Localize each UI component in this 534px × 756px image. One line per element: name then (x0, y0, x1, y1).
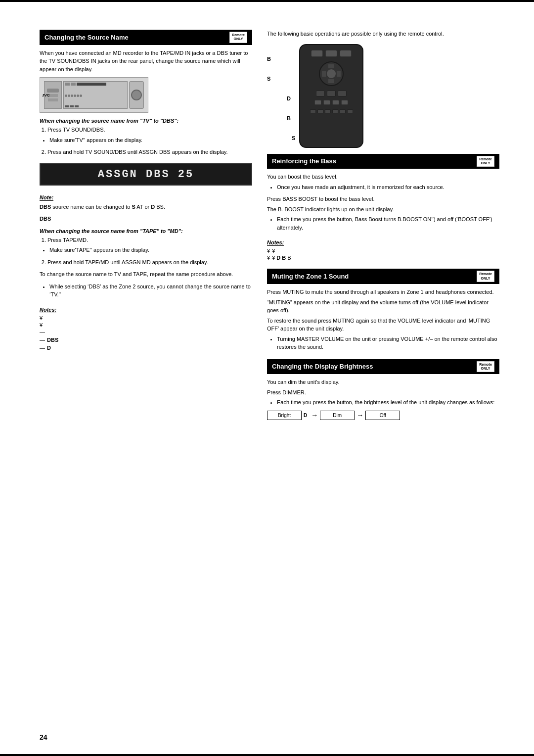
bottom-border (0, 754, 534, 756)
note-label: Note: (40, 194, 53, 201)
brightness-press: Press DIMMER. (267, 388, 499, 397)
tape-to-md-list1: Press TAPE/MD. (40, 236, 252, 244)
dimmer-d-label: D (302, 413, 309, 418)
dimmer-arrow2: → (355, 411, 365, 419)
remote-badge-muting: Remote ONLY (477, 271, 494, 282)
top-border (0, 0, 534, 2)
dimmer-flow-diagram: Bright D → Dim → Off (267, 411, 499, 420)
tape-to-md-list2: Press and hold TAPE/MD until ASSGN MD ap… (40, 258, 252, 267)
notes-yen2: ¥ (40, 322, 252, 328)
tape-to-md-bullets: Make sure‘TAPE’’ appears on the display. (40, 246, 252, 254)
right-column: The following basic operations are possi… (267, 30, 499, 428)
note-text1: DBS source name can be changed to S AT o… (40, 203, 252, 211)
tape-to-md-heading: When changing the source name from "TAPE… (40, 228, 252, 234)
notes-yen1: ¥ (40, 315, 252, 321)
bass-note1: ¥ ¥ (267, 248, 499, 254)
page: Changing the Source Name Remote ONLY Whe… (0, 0, 534, 756)
remote-control-mock (299, 44, 363, 148)
tape-to-md-bullet1: Make sure‘TAPE’’ appears on the display. (49, 246, 252, 254)
brightness-header: Changing the Display Brightness Remote O… (267, 359, 499, 375)
remote-badge-bass: Remote ONLY (477, 156, 494, 167)
source-name-intro: When you have connected an MD recorder t… (40, 49, 252, 74)
right-top-desc: The following basic operations are possi… (267, 30, 499, 38)
dimmer-box-off: Off (365, 411, 400, 420)
left-column: Changing the Source Name Remote ONLY Whe… (40, 30, 252, 428)
tv-to-dbs-bullet1: Make sure‘TV’’ appears on the display. (49, 136, 252, 144)
muting-bullets: Turning MASTER VOLUME on the unit or pre… (267, 335, 499, 351)
remote-badge-source: Remote ONLY (229, 32, 247, 43)
notes-label: Notes: (40, 307, 56, 313)
brightness-bullet1: Each time you press the button, the brig… (277, 398, 499, 407)
muting-text2: “MUTING” appears on the unit display and… (267, 298, 499, 315)
dimmer-box-bright: Bright (267, 411, 302, 420)
bass-bullet1: Once you have made an adjustment, it is … (277, 183, 499, 191)
dimmer-arrow: → (309, 411, 320, 419)
notes-yen3: — (40, 329, 252, 335)
tape-to-md-step1: Press TAPE/MD. (47, 236, 252, 244)
change-source-note: To change the source name to TV and TAPE… (40, 270, 252, 279)
change-source-bullet1: While selecting ‘DBS’ as the Zone 2 sour… (49, 283, 252, 299)
muting-bullet1: Turning MASTER VOLUME on the unit or pre… (277, 335, 499, 351)
bass-bullet2: Each time you press the button, Bass Boo… (277, 215, 499, 232)
notes-yen5: — D (40, 345, 252, 351)
jvc-label: JVC (42, 93, 50, 97)
bass-section: Reinforcing the Bass Remote ONLY You can… (267, 154, 499, 261)
bass-bullets-1: Once you have made an adjustment, it is … (267, 183, 499, 191)
remote-image-area: B S D B S (267, 44, 499, 148)
muting-text3: To restore the sound press MUTING again … (267, 317, 499, 333)
tv-to-dbs-bullets: Make sure‘TV’’ appears on the display. (40, 136, 252, 144)
source-name-header: Changing the Source Name Remote ONLY (40, 30, 252, 45)
tv-to-dbs-list2: Press and hold TV SOUND/DBS until ASSGN … (40, 148, 252, 156)
tv-to-dbs-list: Press TV SOUND/DBS. (40, 126, 252, 134)
dimmer-box-dim: Dim (320, 411, 355, 420)
page-number: 24 (40, 733, 47, 741)
tv-to-dbs-step2: Press and hold TV SOUND/DBS until ASSGN … (47, 148, 252, 156)
source-name-section: Changing the Source Name Remote ONLY Whe… (40, 30, 252, 351)
muting-header: Muting the Zone 1 Sound Remote ONLY (267, 269, 499, 284)
device-image-container: JVC (40, 77, 153, 113)
brightness-text1: You can dim the unit’s display. (267, 378, 499, 386)
muting-title: Muting the Zone 1 Sound (272, 273, 349, 280)
note-text2: DBS (40, 215, 252, 223)
bass-indicator: The B. BOOST indicator lights up on the … (267, 205, 499, 214)
source-name-title: Changing the Source Name (44, 34, 129, 41)
main-content: Changing the Source Name Remote ONLY Whe… (40, 30, 499, 428)
brightness-section: Changing the Display Brightness Remote O… (267, 359, 499, 420)
bass-header: Reinforcing the Bass Remote ONLY (267, 154, 499, 169)
remote-badge-brightness: Remote ONLY (477, 361, 494, 373)
notes-yen4: — DBS (40, 337, 252, 343)
tape-to-md-step2: Press and hold TAPE/MD until ASSGN MD ap… (47, 258, 252, 267)
bass-title: Reinforcing the Bass (272, 157, 336, 165)
display-readout: ASSGN DBS 25 (40, 163, 252, 186)
brightness-bullets: Each time you press the button, the brig… (267, 398, 499, 407)
bass-press: Press BASS BOOST to boost the bass level… (267, 195, 499, 203)
bass-note2: ¥ ¥ D B B (267, 255, 499, 261)
bass-bullets-2: Each time you press the button, Bass Boo… (267, 215, 499, 232)
tv-to-dbs-heading: When changing the source name from "TV" … (40, 118, 252, 124)
bass-notes-label: Notes: (267, 239, 284, 246)
remote-side-labels: B S D B S (267, 44, 295, 148)
muting-text1: Press MUTING to mute the sound through a… (267, 288, 499, 296)
bass-intro: You can boost the bass level. (267, 173, 499, 181)
tv-to-dbs-step1: Press TV SOUND/DBS. (47, 126, 252, 134)
muting-section: Muting the Zone 1 Sound Remote ONLY Pres… (267, 269, 499, 351)
brightness-title: Changing the Display Brightness (272, 363, 373, 370)
change-source-bullets: While selecting ‘DBS’ as the Zone 2 sour… (40, 283, 252, 299)
